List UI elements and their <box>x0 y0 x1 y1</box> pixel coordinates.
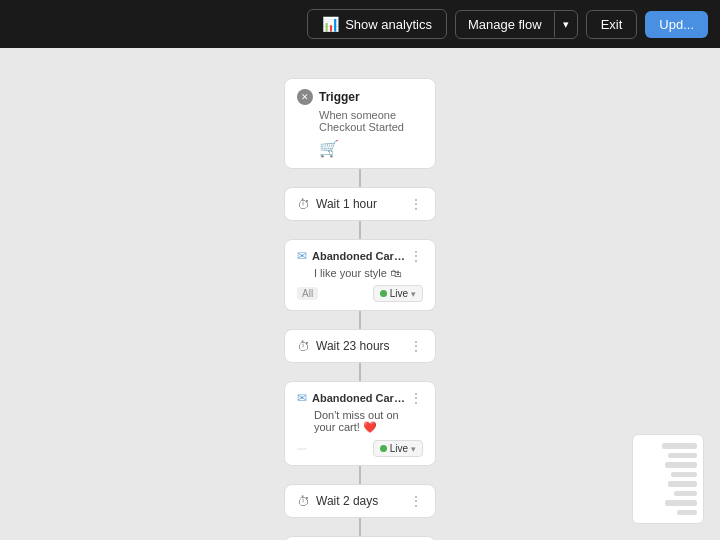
email-tag-2 <box>297 448 307 450</box>
update-label: Upd... <box>659 17 694 32</box>
email-title-wrap-1: ✉ Abandoned Cart: Email 1 -... <box>297 249 407 263</box>
email-menu-2[interactable]: ⋮ <box>409 390 423 406</box>
email-body-1: I like your style 🛍 <box>314 267 423 279</box>
wait-node-2: ⏱ Wait 23 hours ⋮ <box>284 329 436 363</box>
live-caret-1: ▾ <box>411 289 416 299</box>
topbar: 📊 Show analytics Manage flow ▾ Exit Upd.… <box>0 0 720 48</box>
email-icon-1: ✉ <box>297 249 307 263</box>
live-dot-2 <box>380 445 387 452</box>
minimap-line-5 <box>668 481 697 487</box>
clock-icon-3: ⏱ <box>297 494 310 509</box>
wait-node-1: ⏱ Wait 1 hour ⋮ <box>284 187 436 221</box>
live-dot-1 <box>380 290 387 297</box>
wait-label-2: Wait 23 hours <box>316 339 390 353</box>
trigger-subtitle: When someone Checkout Started <box>319 109 423 133</box>
email-title-1: Abandoned Cart: Email 1 -... <box>312 250 407 262</box>
email-menu-1[interactable]: ⋮ <box>409 248 423 264</box>
connector-3 <box>359 311 361 329</box>
wait-menu-3[interactable]: ⋮ <box>409 493 423 509</box>
manage-flow-split-button: Manage flow ▾ <box>455 10 578 39</box>
trigger-title: Trigger <box>319 90 360 104</box>
wait-left-2: ⏱ Wait 23 hours <box>297 339 390 354</box>
chevron-down-icon: ▾ <box>563 18 569 30</box>
exit-button[interactable]: Exit <box>586 10 638 39</box>
live-badge-2[interactable]: Live ▾ <box>373 440 423 457</box>
show-analytics-button[interactable]: 📊 Show analytics <box>307 9 447 39</box>
trigger-header: ✕ Trigger <box>297 89 423 105</box>
analytics-label: Show analytics <box>345 17 432 32</box>
minimap-line-4 <box>671 472 697 478</box>
manage-flow-button[interactable]: Manage flow <box>456 11 554 38</box>
wait-label-1: Wait 1 hour <box>316 197 377 211</box>
flow-container: ✕ Trigger When someone Checkout Started … <box>284 78 436 540</box>
trigger-node[interactable]: ✕ Trigger When someone Checkout Started … <box>284 78 436 169</box>
email-icon-2: ✉ <box>297 391 307 405</box>
email-node-2[interactable]: ✉ Abandoned Cart: Email 2 -... ⋮ Don't m… <box>284 381 436 466</box>
update-button[interactable]: Upd... <box>645 11 708 38</box>
analytics-icon: 📊 <box>322 16 339 32</box>
connector-2 <box>359 221 361 239</box>
live-badge-1[interactable]: Live ▾ <box>373 285 423 302</box>
email-node-1[interactable]: ✉ Abandoned Cart: Email 1 -... ⋮ I like … <box>284 239 436 311</box>
trigger-icon: ✕ <box>297 89 313 105</box>
wait-label-3: Wait 2 days <box>316 494 378 508</box>
manage-flow-dropdown-button[interactable]: ▾ <box>554 12 577 37</box>
minimap-line-7 <box>665 500 697 506</box>
live-caret-2: ▾ <box>411 444 416 454</box>
email-title-2: Abandoned Cart: Email 2 -... <box>312 392 407 404</box>
email-footer-2: Live ▾ <box>297 440 423 457</box>
flow-canvas: ✕ Trigger When someone Checkout Started … <box>0 48 720 540</box>
minimap-line-6 <box>674 491 697 497</box>
connector-6 <box>359 518 361 536</box>
email-body-2: Don't miss out on your cart! ❤️ <box>314 409 423 434</box>
email-footer-1: All Live ▾ <box>297 285 423 302</box>
email-title-wrap-2: ✉ Abandoned Cart: Email 2 -... <box>297 391 407 405</box>
manage-flow-label: Manage flow <box>468 17 542 32</box>
minimap-line-8 <box>677 510 697 516</box>
connector-1 <box>359 169 361 187</box>
wait-node-3: ⏱ Wait 2 days ⋮ <box>284 484 436 518</box>
minimap-line-1 <box>662 443 697 449</box>
email-header-1: ✉ Abandoned Cart: Email 1 -... ⋮ <box>297 248 423 264</box>
wait-left-1: ⏱ Wait 1 hour <box>297 197 377 212</box>
connector-5 <box>359 466 361 484</box>
live-status-1: Live <box>390 288 408 299</box>
minimap <box>632 434 704 524</box>
trigger-logo: 🛒 <box>319 139 423 158</box>
minimap-line-2 <box>668 453 697 459</box>
minimap-line-3 <box>665 462 697 468</box>
email-header-2: ✉ Abandoned Cart: Email 2 -... ⋮ <box>297 390 423 406</box>
email-tag-1: All <box>297 287 318 300</box>
wait-menu-2[interactable]: ⋮ <box>409 338 423 354</box>
live-status-2: Live <box>390 443 408 454</box>
wait-left-3: ⏱ Wait 2 days <box>297 494 378 509</box>
email-node-3[interactable]: ✉ Abandoned Cart: Email 3 -... ⋮ Do you … <box>284 536 436 540</box>
connector-4 <box>359 363 361 381</box>
exit-label: Exit <box>601 17 623 32</box>
clock-icon-2: ⏱ <box>297 339 310 354</box>
clock-icon-1: ⏱ <box>297 197 310 212</box>
wait-menu-1[interactable]: ⋮ <box>409 196 423 212</box>
